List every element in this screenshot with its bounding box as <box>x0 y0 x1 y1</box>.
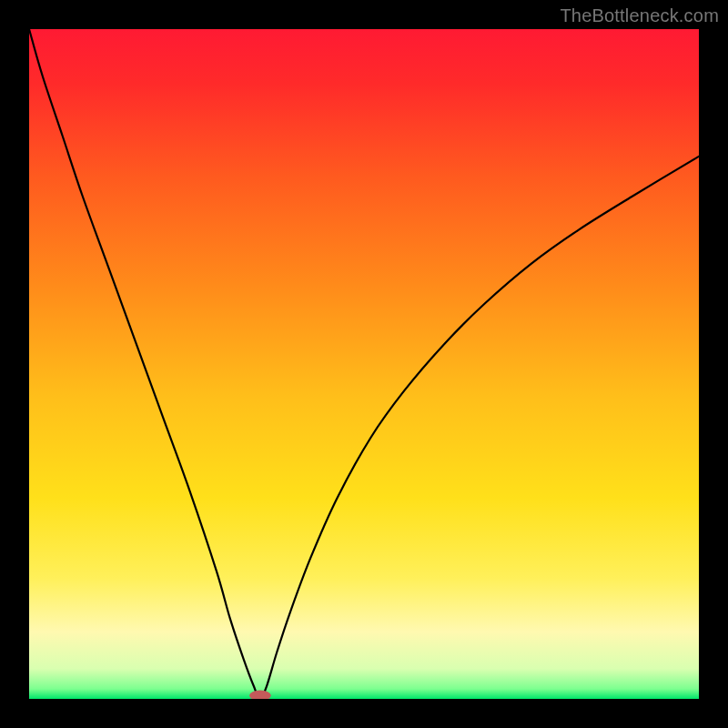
bottleneck-chart <box>29 29 699 699</box>
watermark-text: TheBottleneck.com <box>560 5 719 26</box>
plot-area <box>29 29 699 699</box>
chart-frame: TheBottleneck.com <box>0 0 728 728</box>
gradient-background <box>29 29 699 699</box>
